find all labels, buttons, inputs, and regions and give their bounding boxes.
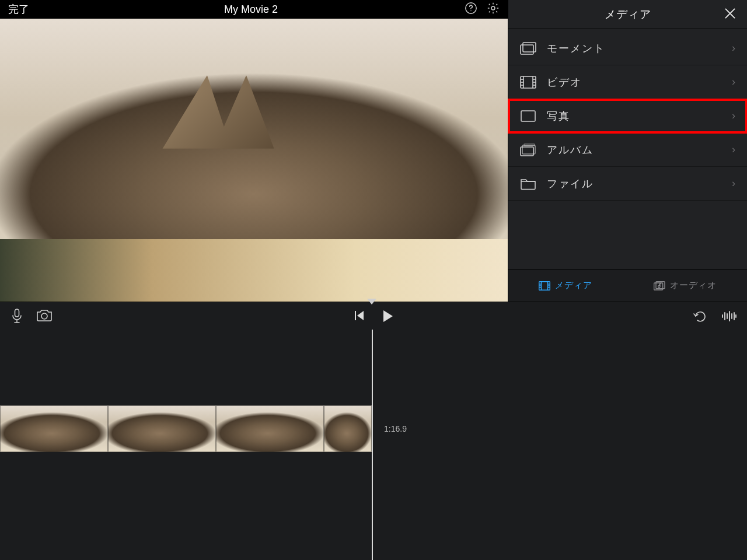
clip-thumbnail	[0, 405, 108, 452]
moments-icon	[518, 42, 539, 55]
media-item-label: モーメント	[547, 41, 732, 55]
media-item-files[interactable]: ファイル ›	[508, 167, 747, 201]
skip-back-icon[interactable]	[353, 309, 366, 323]
done-button[interactable]: 完了	[8, 4, 29, 15]
tab-media-label: メディア	[555, 280, 592, 291]
chevron-right-icon: ›	[732, 76, 736, 88]
top-region: 完了 My Movie 2 メディア	[0, 0, 747, 302]
chevron-right-icon: ›	[732, 110, 736, 122]
undo-icon[interactable]	[692, 310, 707, 322]
clip-thumbnail	[216, 405, 324, 452]
folder-icon	[518, 177, 539, 190]
media-item-albums[interactable]: アルバム ›	[508, 133, 747, 167]
media-panel-tabs: メディア オーディオ	[508, 269, 747, 302]
titlebar: 完了 My Movie 2	[0, 0, 508, 19]
media-category-list: モーメント › ビデオ › 写真 › ア	[508, 29, 747, 269]
svg-rect-29	[15, 309, 19, 317]
media-item-label: アルバム	[547, 143, 732, 157]
video-clip[interactable]	[0, 405, 372, 452]
tab-audio-label: オーディオ	[670, 280, 717, 291]
chevron-right-icon: ›	[732, 177, 736, 190]
timeline-toolbar	[0, 302, 747, 330]
chevron-right-icon: ›	[732, 144, 736, 156]
project-title: My Movie 2	[224, 4, 278, 15]
close-icon[interactable]	[722, 6, 738, 21]
waveform-icon[interactable]	[721, 310, 736, 322]
media-item-label: 写真	[547, 109, 732, 123]
clip-thumbnail	[324, 405, 372, 452]
album-icon	[518, 144, 539, 156]
media-item-label: ファイル	[547, 177, 732, 191]
play-icon[interactable]	[381, 309, 394, 323]
preview-area: 完了 My Movie 2	[0, 0, 508, 302]
chevron-right-icon: ›	[732, 42, 736, 54]
timeline-time-label: 1:16.9	[384, 424, 407, 433]
tab-media[interactable]: メディア	[539, 280, 592, 291]
settings-icon[interactable]	[487, 2, 500, 18]
timeline[interactable]: 1:16.9	[0, 330, 747, 560]
media-item-moments[interactable]: モーメント ›	[508, 32, 747, 65]
svg-point-1	[491, 6, 495, 10]
media-panel: メディア モーメント › ビデオ ›	[508, 0, 747, 302]
preview-frame-image	[0, 19, 508, 302]
svg-rect-13	[521, 111, 535, 121]
photo-icon	[518, 110, 539, 122]
playhead-marker-icon[interactable]	[367, 299, 376, 304]
preview-canvas[interactable]	[0, 19, 508, 302]
tab-audio[interactable]: オーディオ	[654, 280, 717, 291]
media-item-label: ビデオ	[547, 75, 732, 89]
help-icon[interactable]	[465, 2, 477, 18]
playhead-line[interactable]	[372, 330, 373, 560]
video-icon	[518, 76, 539, 89]
microphone-icon[interactable]	[11, 309, 23, 324]
media-item-photos[interactable]: 写真 ›	[508, 99, 747, 133]
camera-icon[interactable]	[36, 309, 53, 324]
svg-point-30	[41, 313, 47, 319]
clip-thumbnail	[108, 405, 216, 452]
media-item-video[interactable]: ビデオ ›	[508, 65, 747, 99]
media-panel-title: メディア	[605, 7, 651, 22]
media-panel-header: メディア	[508, 0, 747, 29]
